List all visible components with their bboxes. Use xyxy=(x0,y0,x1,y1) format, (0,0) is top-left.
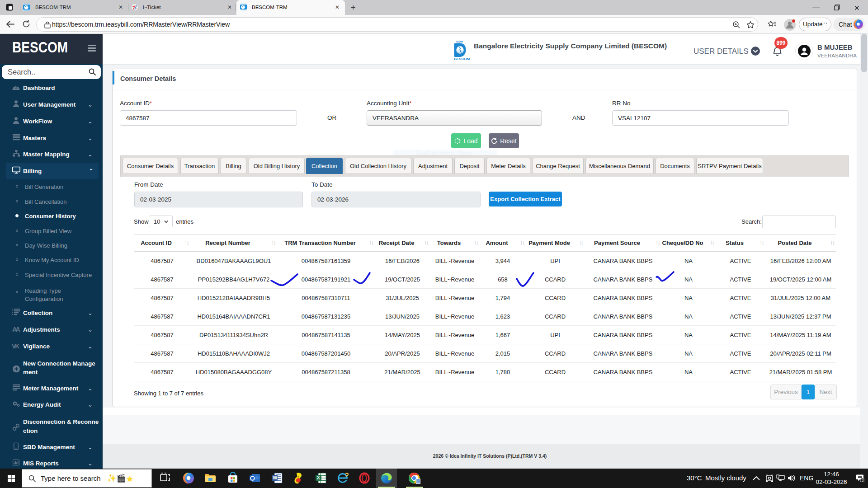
svg-text:ಕ: ಕ xyxy=(297,475,299,478)
svg-text:3: 3 xyxy=(861,478,863,482)
svg-text:X: X xyxy=(317,475,320,480)
svg-text:W: W xyxy=(273,475,277,480)
